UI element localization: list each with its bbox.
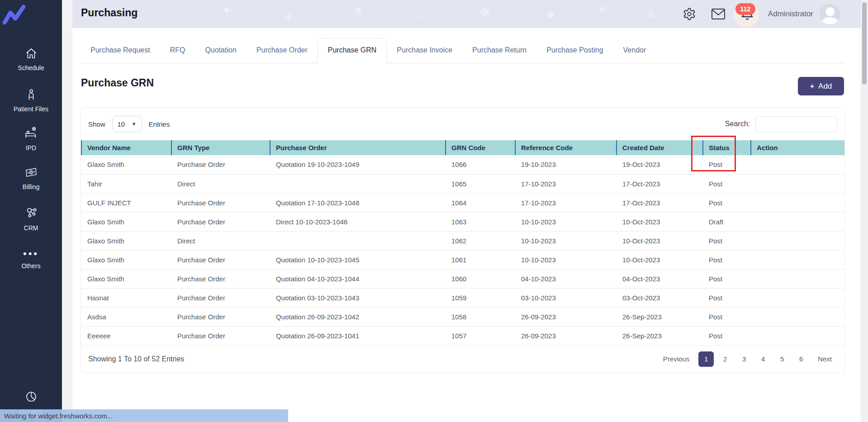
table-cell: Purchase Order [171,250,270,269]
table-cell [751,174,845,193]
tab-purchase-grn[interactable]: Purchase GRN [318,38,387,63]
table-header: Vendor Name GRN Type Purchase Order GRN … [81,140,845,155]
table-cell: 10-10-2023 [515,212,617,231]
table-cell: 1064 [446,193,515,212]
sidebar-item-patient-files[interactable]: Patient Files [0,88,62,113]
page-size-select[interactable]: 10 ▼ [112,116,142,132]
envelope-icon [711,8,726,20]
notifications-button[interactable]: 112 [739,6,755,22]
confetti-decoration-icon: ✧ [416,11,424,22]
table-cell: Purchase Order [171,326,270,345]
settings-button[interactable] [681,6,697,22]
tab-rfq[interactable]: RFQ [160,38,195,63]
pagination-next[interactable]: Next [812,351,837,367]
table-cell: Purchase Order [171,193,270,212]
table-cell [751,288,845,307]
sidebar: Schedule Patient Files IPD [0,0,62,422]
sidebar-item-label: Schedule [0,64,62,71]
table-cell: 1063 [446,212,515,231]
sidebar-item-label: Others [0,262,62,270]
table-cell: Post [703,269,751,288]
sidebar-item-crm[interactable]: CRM [0,206,62,232]
column-header-reference-code[interactable]: Reference Code [515,140,617,155]
scrollbar-track [861,0,868,422]
table-cell: Quotation 26-09-2023-1041 [270,326,446,345]
plus-icon: + [810,82,814,90]
table-cell: Direct 10-10-2023-1046 [270,212,446,231]
table-cell: Post [703,326,751,345]
column-header-created-date[interactable]: Created Date [617,140,703,155]
table-cell: Glaxo Smith [81,231,171,250]
table-row: Glaxo SmithPurchase OrderQuotation 04-10… [81,269,845,288]
table-cell: 1057 [446,326,515,345]
table-row: GULF INJECTPurchase OrderQuotation 17-10… [81,193,845,212]
column-header-status[interactable]: Status [703,140,751,155]
table-cell: Post [703,231,751,250]
table-cell: Draft [703,212,751,231]
pagination-page-1[interactable]: 1 [698,351,714,367]
table-cell: 26-09-2023 [515,326,617,345]
pagination-page-5[interactable]: 5 [774,351,790,367]
tab-purchase-posting[interactable]: Purchase Posting [536,38,613,63]
table-cell: Post [703,307,751,326]
sidebar-item-label: CRM [0,224,62,232]
search-input[interactable] [755,116,837,132]
browser-status-text: Waiting for widget.freshworks.com... [4,412,113,420]
table-cell: Purchase Order [171,155,270,174]
ellipsis-icon: ••• [23,248,39,260]
share-network-icon [24,206,38,220]
column-header-grn-code[interactable]: GRN Code [446,140,515,155]
sidebar-item-label: IPD [0,144,62,152]
app-logo[interactable] [0,4,62,27]
tab-vendor[interactable]: Vendor [613,38,656,63]
sidebar-item-billing[interactable]: Billing [0,166,62,190]
pagination-page-3[interactable]: 3 [736,351,752,367]
table-cell: Quotation 03-10-2023-1043 [270,288,446,307]
person-icon [25,88,38,101]
column-header-action[interactable]: Action [751,140,845,155]
user-menu[interactable]: Administrator [768,4,840,24]
sidebar-item-schedule[interactable]: Schedule [0,47,62,71]
pagination-page-6[interactable]: 6 [793,351,809,367]
table-cell: Hasnat [81,288,171,307]
column-header-purchase-order[interactable]: Purchase Order [270,140,446,155]
content-gutter [62,0,72,422]
tab-purchase-invoice[interactable]: Purchase Invoice [387,38,462,63]
confetti-decoration-icon: ✦ [596,2,609,18]
table-cell: 1062 [446,231,515,250]
table-cell: 17-10-2023 [515,174,617,193]
confetti-decoration-icon: ❉ [478,4,491,20]
tab-quotation[interactable]: Quotation [195,38,246,63]
user-name: Administrator [768,9,813,19]
tab-purchase-order[interactable]: Purchase Order [247,38,318,63]
table-cell: 17-10-2023 [515,193,617,212]
home-icon [25,47,38,60]
scrollbar-thumb[interactable] [862,2,867,85]
column-header-grn-type[interactable]: GRN Type [171,140,270,155]
table-cell [751,326,845,345]
table-cell: 26-Sep-2023 [617,307,703,326]
sidebar-item-others[interactable]: ••• Others [0,248,62,270]
column-header-vendor-name[interactable]: Vendor Name [81,140,171,155]
table-cell: 1059 [446,288,515,307]
table-cell: 10-Oct-2023 [617,212,703,231]
show-label: Show [88,120,105,128]
pagination-previous[interactable]: Previous [658,351,695,367]
messages-button[interactable] [710,6,726,22]
table-cell: 1066 [446,155,515,174]
sidebar-item-ipd[interactable]: IPD [0,126,62,152]
pagination-page-2[interactable]: 2 [717,351,733,367]
sidebar-item-label: Billing [0,183,62,190]
table-cell: Tahir [81,174,171,193]
app-window: Schedule Patient Files IPD [0,0,868,422]
tab-purchase-request[interactable]: Purchase Request [81,38,160,63]
table-cell: Asdsa [81,307,171,326]
tab-purchase-return[interactable]: Purchase Return [462,38,536,63]
pagination: Previous 1 2 3 4 5 6 Next [658,351,837,367]
table-cell [270,231,446,250]
add-button[interactable]: + Add [798,77,844,95]
header-actions: 112 Administrator [681,0,840,28]
table-body: Glaxo SmithPurchase OrderQuotation 19-10… [81,155,845,345]
pagination-page-4[interactable]: 4 [755,351,771,367]
table-cell: Quotation 19-10-2023-1049 [270,155,446,174]
